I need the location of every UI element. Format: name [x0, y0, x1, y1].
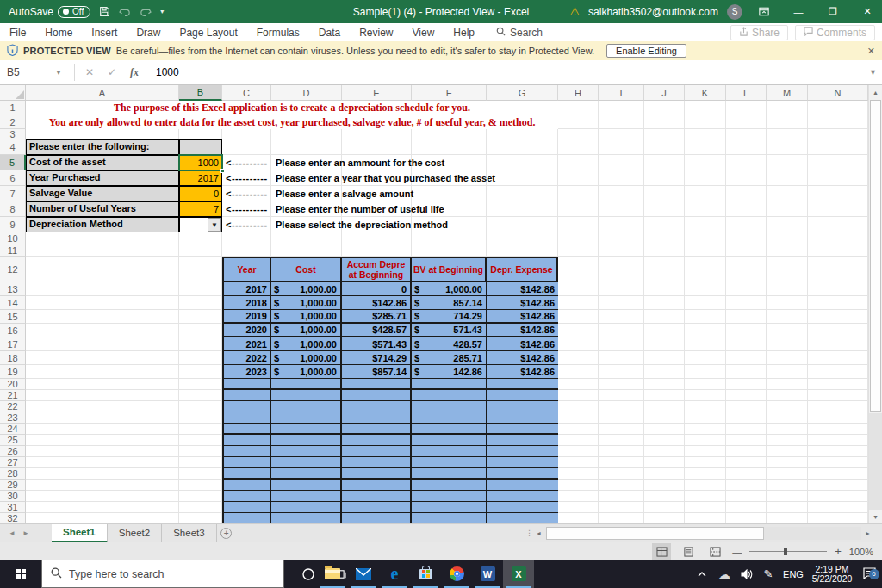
cell-J28[interactable]	[644, 468, 685, 480]
cell-I17[interactable]	[599, 337, 644, 351]
cell-I10[interactable]	[599, 232, 644, 244]
cell-E11[interactable]	[342, 244, 412, 257]
name-box[interactable]: B5	[0, 66, 55, 78]
cell-J29[interactable]	[644, 480, 685, 491]
cell-M13[interactable]	[767, 282, 808, 296]
cell-B21[interactable]	[179, 390, 222, 401]
insert-function-icon[interactable]: fx	[123, 66, 146, 79]
dep-accum[interactable]: $285.71	[342, 310, 412, 324]
cell-K31[interactable]	[685, 502, 726, 513]
dep-empty[interactable]	[342, 468, 412, 480]
cell-J15[interactable]	[644, 310, 685, 324]
cell-I26[interactable]	[599, 446, 644, 457]
row-header-13[interactable]: 13	[0, 282, 26, 296]
cell-B10[interactable]	[179, 232, 222, 244]
start-button[interactable]	[0, 560, 41, 588]
cell-L3[interactable]	[726, 129, 767, 139]
file-explorer-icon[interactable]	[317, 560, 348, 588]
cell-A8[interactable]: Number of Useful Years	[26, 201, 179, 217]
dep-expense[interactable]: $142.86	[487, 310, 558, 324]
cell-A3[interactable]	[26, 129, 179, 139]
cell-I5[interactable]	[599, 155, 644, 170]
cell-K21[interactable]	[685, 390, 726, 401]
onedrive-icon[interactable]: ☁	[715, 560, 734, 588]
cell-B3[interactable]	[179, 129, 222, 139]
dep-empty[interactable]	[271, 513, 342, 523]
cell-M9[interactable]	[767, 217, 808, 232]
cell-H17[interactable]	[558, 337, 599, 351]
tab-page-layout[interactable]: Page Layout	[170, 23, 246, 41]
volume-icon[interactable]	[737, 560, 756, 588]
cell-M16[interactable]	[767, 324, 808, 337]
excel-taskbar-icon[interactable]: X	[503, 560, 534, 588]
cell-M14[interactable]	[767, 296, 808, 310]
cell-A7[interactable]: Salvage Value	[26, 186, 179, 201]
cell-A24[interactable]	[26, 424, 179, 435]
dep-year[interactable]: 2022	[222, 351, 271, 365]
zoom-out-button[interactable]: —	[732, 547, 742, 557]
dep-bv[interactable]: $428.57	[412, 337, 487, 351]
cell-J12[interactable]	[644, 257, 685, 282]
cell-I7[interactable]	[599, 186, 644, 201]
cell-K4[interactable]	[685, 139, 726, 155]
cell-J17[interactable]	[644, 337, 685, 351]
dep-expense[interactable]: $142.86	[487, 282, 558, 296]
cell-L11[interactable]	[726, 244, 767, 257]
dep-empty[interactable]	[412, 502, 487, 513]
cell-L22[interactable]	[726, 401, 767, 412]
dep-cost[interactable]: $1,000.00	[271, 365, 342, 379]
dep-bv[interactable]: $571.43	[412, 324, 487, 337]
namebox-dropdown-icon[interactable]: ▼	[55, 69, 71, 77]
cell-B12[interactable]	[179, 257, 222, 282]
cell-A13[interactable]	[26, 282, 179, 296]
cell-L4[interactable]	[726, 139, 767, 155]
cell-H4[interactable]	[558, 139, 599, 155]
dep-header-0[interactable]: Year	[222, 258, 271, 282]
cell-L25[interactable]	[726, 435, 767, 446]
cell-I28[interactable]	[599, 468, 644, 480]
cell-J30[interactable]	[644, 491, 685, 502]
dep-cost[interactable]: $1,000.00	[271, 282, 342, 296]
row-header-6[interactable]: 6	[0, 170, 26, 186]
column-header-J[interactable]: J	[644, 85, 685, 101]
tab-help[interactable]: Help	[444, 23, 484, 41]
dep-cost[interactable]: $1,000.00	[271, 351, 342, 365]
cell-I31[interactable]	[599, 502, 644, 513]
sheet-tab-sheet2[interactable]: Sheet2	[108, 524, 162, 542]
dep-expense[interactable]: $142.86	[487, 351, 558, 365]
cell-H11[interactable]	[558, 244, 599, 257]
cell-E4[interactable]	[342, 139, 412, 155]
cell-J32[interactable]	[644, 513, 685, 523]
dep-bv[interactable]: $857.14	[412, 296, 487, 310]
cancel-icon[interactable]: ✕	[78, 66, 101, 78]
cell-N9[interactable]	[808, 217, 868, 232]
row-header-19[interactable]: 19	[0, 365, 26, 379]
dep-empty[interactable]	[487, 491, 558, 502]
zoom-slider[interactable]	[749, 551, 827, 552]
cell-A6[interactable]: Year Purchased	[26, 170, 179, 186]
cell-H22[interactable]	[558, 401, 599, 412]
scroll-left-icon[interactable]: ◄	[536, 530, 542, 536]
dep-empty[interactable]	[271, 424, 342, 435]
cell-J5[interactable]	[644, 155, 685, 170]
cell-H28[interactable]	[558, 468, 599, 480]
dep-empty[interactable]	[412, 446, 487, 457]
cell-L1[interactable]	[726, 101, 767, 115]
cell-A19[interactable]	[26, 365, 179, 379]
add-sheet-button[interactable]: +	[217, 524, 236, 542]
cell-A31[interactable]	[26, 502, 179, 513]
cell-J6[interactable]	[644, 170, 685, 186]
cell-B18[interactable]	[179, 351, 222, 365]
dep-empty[interactable]	[222, 412, 271, 424]
cell-J10[interactable]	[644, 232, 685, 244]
row-header-31[interactable]: 31	[0, 502, 26, 513]
cell-N11[interactable]	[808, 244, 868, 257]
cell-N10[interactable]	[808, 232, 868, 244]
horizontal-scrollbar[interactable]	[546, 527, 861, 540]
tab-draw[interactable]: Draw	[127, 23, 170, 41]
cell-J23[interactable]	[644, 412, 685, 424]
account-email[interactable]: salkhatib3502@outlook.com	[588, 6, 718, 18]
dep-empty[interactable]	[222, 468, 271, 480]
sheet-tab-sheet1[interactable]: Sheet1	[52, 524, 108, 542]
column-header-G[interactable]: G	[487, 85, 558, 101]
